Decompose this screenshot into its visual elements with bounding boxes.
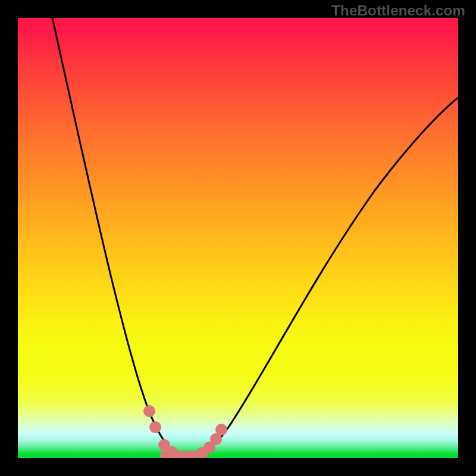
- watermark-text: TheBottleneck.com: [331, 2, 465, 19]
- chart-svg: [18, 18, 458, 458]
- marker-group: [143, 405, 227, 458]
- bottleneck-curve: [52, 18, 458, 457]
- marker-dot: [215, 424, 227, 436]
- marker-dot: [149, 421, 161, 433]
- plot-area: [18, 18, 458, 458]
- chart-frame: TheBottleneck.com: [0, 0, 476, 476]
- marker-dot: [143, 405, 155, 417]
- marker-dot: [166, 446, 178, 458]
